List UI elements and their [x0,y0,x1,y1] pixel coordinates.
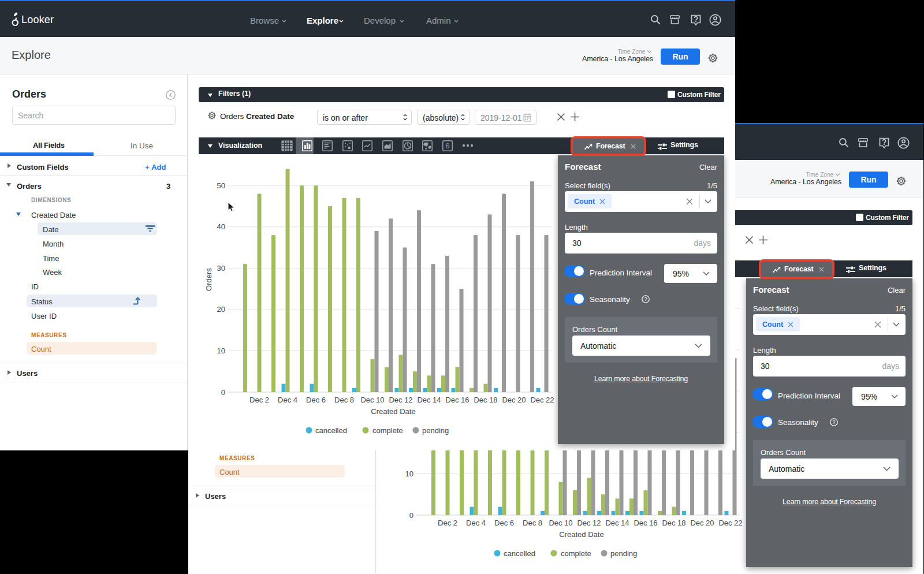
svg-text:Dec 14: Dec 14 [605,519,629,527]
svg-text:Dec 4: Dec 4 [278,396,297,404]
svg-text:Dec 16: Dec 16 [634,519,657,527]
svg-text:10: 10 [217,346,225,355]
svg-text:Orders: Orders [204,268,213,291]
svg-text:30: 30 [217,264,225,273]
svg-text:6: 6 [446,142,450,150]
svg-text:Dec 20: Dec 20 [502,396,526,404]
svg-text:Dec 6: Dec 6 [494,519,514,527]
svg-text:complete: complete [372,426,403,435]
svg-text:pending: pending [422,426,449,435]
svg-text:Dec 2: Dec 2 [249,396,269,404]
svg-text:Dec 8: Dec 8 [334,396,354,404]
svg-text:Dec 22: Dec 22 [718,519,742,527]
svg-text:Dec 6: Dec 6 [306,396,326,404]
svg-text:Dec 4: Dec 4 [466,519,486,527]
svg-text:cancelled: cancelled [504,549,535,558]
svg-text:Dec 14: Dec 14 [417,396,441,404]
svg-text:0: 0 [409,511,413,520]
svg-text:0: 0 [221,388,225,397]
svg-text:?: ? [832,419,835,425]
svg-text:Dec 12: Dec 12 [577,519,601,527]
svg-text:10: 10 [405,469,413,478]
svg-text:?: ? [644,296,647,302]
svg-text:Dec 22: Dec 22 [530,396,554,404]
svg-text:cancelled: cancelled [315,426,347,435]
svg-text:Created Date: Created Date [559,530,603,539]
svg-text:Dec 2: Dec 2 [438,519,457,527]
svg-text:Dec 12: Dec 12 [389,396,412,404]
svg-text:Created Date: Created Date [371,407,415,416]
svg-text:Dec 10: Dec 10 [360,396,384,404]
svg-text:Dec 16: Dec 16 [445,396,469,404]
svg-text:Dec 8: Dec 8 [523,519,542,527]
svg-text:Dec 20: Dec 20 [690,519,714,527]
svg-text:Dec 10: Dec 10 [549,519,572,527]
svg-text:complete: complete [561,549,591,558]
svg-text:Dec 18: Dec 18 [662,519,685,527]
svg-text:20: 20 [217,305,225,314]
svg-text:50: 50 [217,181,225,190]
svg-text:pending: pending [610,549,637,558]
svg-text:40: 40 [217,222,225,231]
svg-text:Dec 18: Dec 18 [474,396,497,404]
